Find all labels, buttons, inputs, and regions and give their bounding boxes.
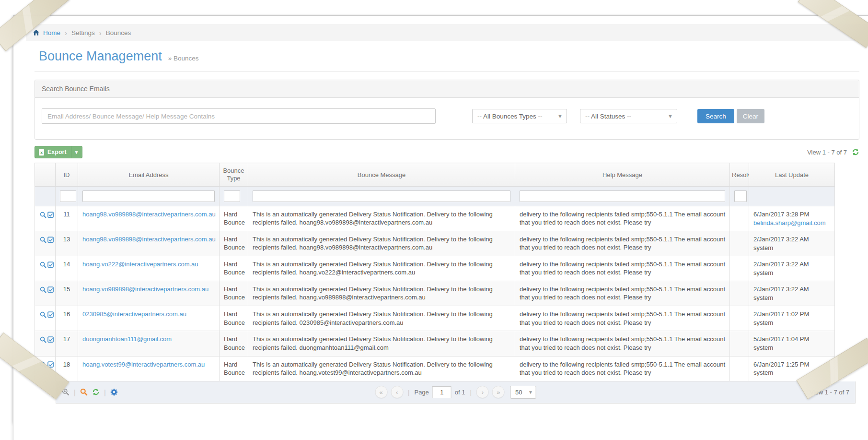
cell-bounce-message: This is an automatically generated Deliv… [248,256,515,281]
cell-bounce-type: Hard Bounce [220,206,248,231]
last-update-date: 5/Jan/2017 1:04 PM [753,335,830,344]
row-actions [35,206,56,231]
reload-icon[interactable] [92,388,100,396]
cell-help-message: delivery to the following recipients fai… [515,206,730,231]
view-row-icon[interactable] [40,311,46,318]
chevron-down-icon: ▼ [557,113,563,119]
cell-last-update: 5/Jan/2017 1:04 PMsystem [749,331,835,356]
header-actions [35,163,56,187]
email-link[interactable]: hoang.vo989898@interactivepartners.com.a… [82,285,208,293]
header-help-message[interactable]: Help Message [515,163,730,187]
page-size-select[interactable]: 50 ▼ [510,386,536,399]
breadcrumb-home-link[interactable]: Home [33,29,60,36]
email-link[interactable]: duongmanhtoan111@gmail.com [82,335,172,343]
last-update-date: 2/Jan/2017 3:22 AM [753,285,830,294]
search-icon[interactable] [80,388,88,396]
resolve-checkbox-icon[interactable] [47,311,54,318]
resolve-checkbox-icon[interactable] [47,286,54,293]
cell-resolved [730,281,749,306]
filter-help-message-input[interactable] [520,190,725,202]
table-footer: | | « ‹ | Page of 1 | › [56,381,856,404]
excel-file-icon: x [38,149,45,156]
last-update-by: system [753,319,830,327]
first-page-button[interactable]: « [375,386,387,398]
email-link[interactable]: 0230985@interactivepartners.com.au [82,310,186,318]
resolve-checkbox-icon[interactable] [47,336,54,343]
bounce-type-select-value: -- All Bounces Types -- [477,113,543,120]
email-link[interactable]: hoang98.vo989898@interactivepartners.com… [82,236,216,243]
last-update-date: 2/Jan/2017 3:22 AM [753,235,830,244]
view-row-icon[interactable] [40,262,46,268]
header-email[interactable]: Email Address [78,163,220,187]
cell-bounce-type: Hard Bounce [220,256,248,281]
view-row-icon[interactable] [40,286,46,293]
email-link[interactable]: hoang98.vo989898@interactivepartners.com… [82,211,216,218]
table-row: 11hoang98.vo989898@interactivepartners.c… [35,206,835,231]
header-last-update[interactable]: Last Update [749,163,835,187]
status-select[interactable]: -- All Statuses -- ▼ [580,109,677,123]
page-number-input[interactable] [432,386,451,398]
cell-bounce-type: Hard Bounce [220,231,248,256]
table-row: 15hoang.vo989898@interactivepartners.com… [35,281,835,306]
view-row-icon[interactable] [40,212,46,218]
cell-last-update: 2/Jan/2017 3:22 AMsystem [749,281,835,306]
table-row: 13hoang98.vo989898@interactivepartners.c… [35,231,835,256]
view-row-icon[interactable] [40,237,46,243]
last-update-by: system [753,344,830,352]
filter-email-input[interactable] [82,190,215,202]
cell-last-update: 2/Jan/2017 1:02 PMsystem [749,306,835,331]
cell-id: 13 [56,231,78,256]
filter-bounce-message-input[interactable] [253,190,510,202]
last-update-date: 2/Jan/2017 3:22 AM [753,260,830,269]
cell-bounce-message: This is an automatically generated Deliv… [248,281,515,306]
row-actions [35,231,56,256]
last-update-by: system [753,294,830,302]
row-actions [35,281,56,306]
page-title: Bounce Management [39,49,162,64]
refresh-icon[interactable] [852,148,859,156]
last-page-button[interactable]: » [492,386,505,398]
header-resolved[interactable]: Resolved [730,163,749,187]
prev-page-button[interactable]: ‹ [391,386,403,398]
cell-resolved [730,206,749,231]
bounce-type-select[interactable]: -- All Bounces Types -- ▼ [472,109,567,123]
filter-cell-empty [35,187,56,206]
last-update-date: 2/Jan/2017 1:02 PM [753,310,830,319]
filter-id-input[interactable] [60,190,76,202]
email-link[interactable]: hoang.votest99@interactivepartners.com.a… [82,361,205,368]
resolve-checkbox-icon[interactable] [47,212,54,218]
status-select-value: -- All Statuses -- [585,113,631,120]
view-row-icon[interactable] [40,336,46,343]
header-bounce-message[interactable]: Bounce Message [248,163,515,187]
email-link[interactable]: hoang.vo222@interactivepartners.com.au [82,261,198,268]
cell-id: 15 [56,281,78,306]
export-button[interactable]: x Export ▼ [35,146,82,158]
search-button[interactable]: Search [697,109,734,123]
search-panel: Search Bounce Emails -- All Bounces Type… [35,80,859,140]
view-count-top: View 1 - 7 of 7 [807,149,847,156]
header-id[interactable]: ID [56,163,78,187]
filter-bounce-type-input[interactable] [224,190,240,202]
filter-row [35,187,835,206]
chevron-down-icon[interactable]: ▼ [71,146,82,158]
export-label: Export [47,149,67,155]
breadcrumb-item-settings: Settings [71,29,95,36]
cell-bounce-message: This is an automatically generated Deliv… [248,231,515,256]
last-update-by[interactable]: belinda.sharp@gmail.com [753,219,830,227]
gear-icon[interactable] [110,388,118,396]
clear-button[interactable]: Clear [737,109,764,123]
row-actions [35,306,56,331]
cell-last-update: 6/Jan/2017 3:28 PMbelinda.sharp@gmail.co… [749,206,835,231]
chevron-down-icon: ▼ [668,113,673,119]
next-page-button[interactable]: › [476,386,489,398]
row-actions [35,256,56,281]
cell-resolved [730,306,749,331]
header-bounce-type[interactable]: Bounce Type [220,163,248,187]
cell-id: 17 [56,331,78,356]
cell-last-update: 2/Jan/2017 3:22 AMsystem [749,231,835,256]
resolve-checkbox-icon[interactable] [47,237,54,243]
resolve-checkbox-icon[interactable] [47,262,54,268]
page-subtitle: » Bounces [168,55,199,62]
filter-resolved-input[interactable] [734,190,747,202]
search-input[interactable] [42,108,436,124]
